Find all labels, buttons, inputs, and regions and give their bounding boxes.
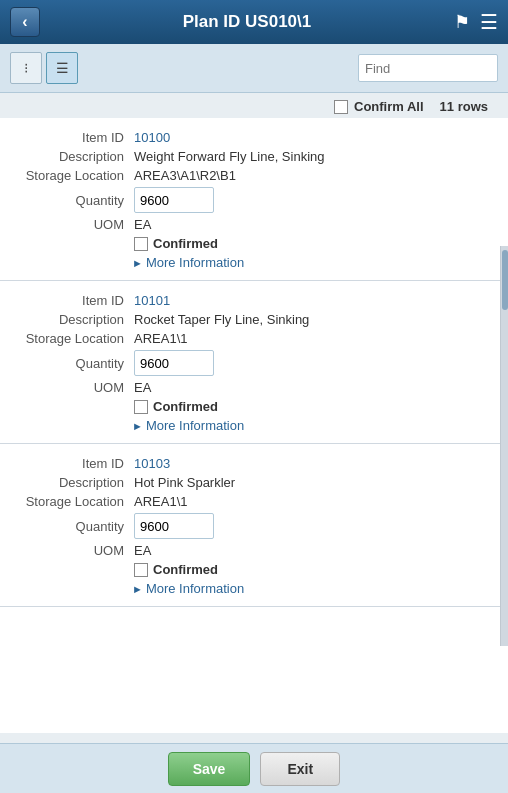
confirmed-checkbox-2[interactable]: [134, 400, 148, 414]
quantity-row-2: Quantity: [14, 350, 494, 376]
confirmed-row-3: Confirmed: [14, 562, 494, 577]
list-icon: ☰: [56, 60, 69, 76]
description-label-1: Description: [14, 149, 134, 164]
item-id-label-3: Item ID: [14, 456, 134, 471]
storage-value-2: AREA1\1: [134, 331, 187, 346]
storage-value-3: AREA1\1: [134, 494, 187, 509]
more-info-row-1: ► More Information: [14, 255, 494, 270]
item-id-label-2: Item ID: [14, 293, 134, 308]
more-info-link-1[interactable]: More Information: [146, 255, 244, 270]
uom-label-2: UOM: [14, 380, 134, 395]
bottom-bar: Save Exit: [0, 743, 508, 793]
quantity-row-1: Quantity: [14, 187, 494, 213]
storage-row-3: Storage Location AREA1\1: [14, 494, 494, 509]
storage-row-1: Storage Location AREA3\A1\R2\B1: [14, 168, 494, 183]
description-label-2: Description: [14, 312, 134, 327]
description-row-2: Description Rocket Taper Fly Line, Sinki…: [14, 312, 494, 327]
uom-value-3: EA: [134, 543, 151, 558]
confirm-all-checkbox[interactable]: [334, 100, 348, 114]
description-label-3: Description: [14, 475, 134, 490]
item-id-row-3: Item ID 10103: [14, 456, 494, 471]
toolbar: ⁝ ☰: [0, 44, 508, 93]
header-icons: ⚑ ☰: [454, 10, 498, 34]
item-card-2: Item ID 10101 Description Rocket Taper F…: [0, 281, 508, 444]
item-id-row-2: Item ID 10101: [14, 293, 494, 308]
item-id-value-1[interactable]: 10100: [134, 130, 170, 145]
confirmed-checkbox-3[interactable]: [134, 563, 148, 577]
rows-count: 11 rows: [440, 99, 488, 114]
storage-label-2: Storage Location: [14, 331, 134, 346]
description-row-3: Description Hot Pink Sparkler: [14, 475, 494, 490]
uom-row-3: UOM EA: [14, 543, 494, 558]
content-wrapper: Item ID 10100 Description Weight Forward…: [0, 118, 508, 733]
list-view-button[interactable]: ☰: [46, 52, 78, 84]
items-list: Item ID 10100 Description Weight Forward…: [0, 118, 508, 733]
item-id-value-2[interactable]: 10101: [134, 293, 170, 308]
save-button[interactable]: Save: [168, 752, 251, 786]
storage-row-2: Storage Location AREA1\1: [14, 331, 494, 346]
storage-label-1: Storage Location: [14, 168, 134, 183]
search-input[interactable]: [358, 54, 498, 82]
item-card-3: Item ID 10103 Description Hot Pink Spark…: [0, 444, 508, 607]
item-id-row-1: Item ID 10100: [14, 130, 494, 145]
uom-row-2: UOM EA: [14, 380, 494, 395]
uom-label-3: UOM: [14, 543, 134, 558]
item-card-1: Item ID 10100 Description Weight Forward…: [0, 118, 508, 281]
exit-button[interactable]: Exit: [260, 752, 340, 786]
menu-icon[interactable]: ☰: [480, 10, 498, 34]
confirmed-label-2: Confirmed: [153, 399, 218, 414]
uom-label-1: UOM: [14, 217, 134, 232]
header: ‹ Plan ID US010\1 ⚑ ☰: [0, 0, 508, 44]
more-info-row-2: ► More Information: [14, 418, 494, 433]
description-value-2: Rocket Taper Fly Line, Sinking: [134, 312, 309, 327]
more-info-arrow-1: ►: [132, 257, 143, 269]
scrollbar[interactable]: [500, 246, 508, 646]
confirmed-label-1: Confirmed: [153, 236, 218, 251]
more-info-arrow-3: ►: [132, 583, 143, 595]
more-info-link-3[interactable]: More Information: [146, 581, 244, 596]
grid-icon: ⁝: [24, 60, 28, 76]
description-row-1: Description Weight Forward Fly Line, Sin…: [14, 149, 494, 164]
confirmed-row-2: Confirmed: [14, 399, 494, 414]
confirmed-label-3: Confirmed: [153, 562, 218, 577]
back-button[interactable]: ‹: [10, 7, 40, 37]
scroll-thumb[interactable]: [502, 250, 508, 310]
quantity-label-1: Quantity: [14, 193, 134, 208]
uom-value-1: EA: [134, 217, 151, 232]
confirm-all-label: Confirm All: [354, 99, 424, 114]
confirm-all-row: Confirm All 11 rows: [0, 93, 508, 118]
quantity-input-3[interactable]: [134, 513, 214, 539]
more-info-link-2[interactable]: More Information: [146, 418, 244, 433]
description-value-1: Weight Forward Fly Line, Sinking: [134, 149, 325, 164]
storage-label-3: Storage Location: [14, 494, 134, 509]
item-id-label-1: Item ID: [14, 130, 134, 145]
item-id-value-3[interactable]: 10103: [134, 456, 170, 471]
page-title: Plan ID US010\1: [40, 12, 454, 32]
more-info-arrow-2: ►: [132, 420, 143, 432]
description-value-3: Hot Pink Sparkler: [134, 475, 235, 490]
quantity-label-2: Quantity: [14, 356, 134, 371]
quantity-input-1[interactable]: [134, 187, 214, 213]
quantity-label-3: Quantity: [14, 519, 134, 534]
quantity-row-3: Quantity: [14, 513, 494, 539]
more-info-row-3: ► More Information: [14, 581, 494, 596]
grid-view-button[interactable]: ⁝: [10, 52, 42, 84]
confirmed-row-1: Confirmed: [14, 236, 494, 251]
storage-value-1: AREA3\A1\R2\B1: [134, 168, 236, 183]
back-icon: ‹: [22, 13, 27, 31]
flag-icon[interactable]: ⚑: [454, 11, 470, 33]
uom-row-1: UOM EA: [14, 217, 494, 232]
quantity-input-2[interactable]: [134, 350, 214, 376]
confirmed-checkbox-1[interactable]: [134, 237, 148, 251]
uom-value-2: EA: [134, 380, 151, 395]
